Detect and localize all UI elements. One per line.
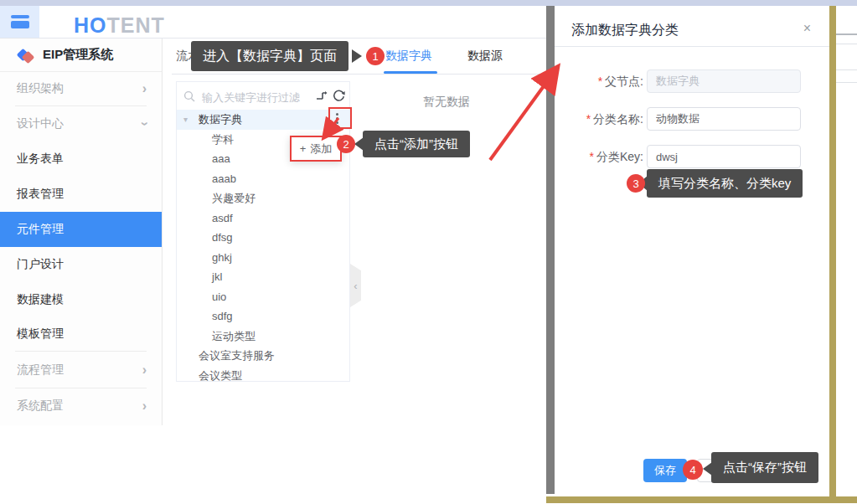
plus-icon: + — [300, 142, 307, 155]
tree-node[interactable]: jkl — [177, 267, 349, 287]
sidebar-item-label: 设计中心 — [17, 116, 64, 131]
active-tab-underline — [384, 71, 437, 74]
tooltip-arrow — [354, 137, 364, 151]
sidebar-item-label: 元件管理 — [17, 222, 64, 237]
sidebar-item-shejizhongxin[interactable]: 设计中心 › — [0, 106, 162, 141]
logo-part: TENT — [107, 13, 165, 37]
sidebar-item-label: 模板管理 — [17, 327, 64, 342]
logo-part: H — [74, 13, 90, 37]
app-logo: HOTENT — [74, 13, 165, 38]
tab-data-dictionary[interactable]: 数据字典 — [385, 49, 432, 64]
top-strip — [0, 0, 857, 6]
parent-node-label: *父节点: — [555, 75, 643, 90]
strip-line — [836, 69, 857, 70]
tabs-divider — [172, 74, 540, 75]
sidebar-item-label: 数据建模 — [17, 292, 64, 307]
drawer-title: 添加数据字典分类 — [571, 22, 679, 39]
system-title: EIP管理系统 — [43, 47, 113, 63]
arrow-to-drawer — [490, 71, 555, 160]
step-badge-1: 1 — [366, 47, 385, 65]
required-mark: * — [590, 150, 594, 163]
sidebar-item-xitongpeizhi[interactable]: 系统配置 › — [0, 388, 162, 424]
hamburger-icon — [11, 15, 29, 28]
add-category-drawer: 添加数据字典分类 × *父节点: *分类名称: *分类Key: 保存 取消 — [555, 6, 829, 498]
sidebar-item-label: 组织架构 — [17, 81, 64, 96]
tree-node[interactable]: dfsg — [177, 228, 349, 248]
dictionary-tree-panel: ▾数据字典 学科 aaa aaab 兴趣爱好 asdf dfsg ghkj jk… — [176, 81, 350, 382]
tree-node[interactable]: sdfg — [177, 306, 349, 327]
chevron-right-icon: › — [142, 81, 147, 96]
drawer-bottom-bar — [546, 496, 857, 503]
step-badge-4: 4 — [683, 460, 703, 480]
search-icon — [183, 90, 195, 102]
chevron-right-icon: › — [142, 363, 147, 378]
sidebar-item-label: 门户设计 — [17, 257, 64, 272]
refresh-icon[interactable] — [333, 90, 345, 102]
tooltip-arrow — [703, 462, 712, 476]
step-badge-3: 3 — [627, 174, 645, 193]
annotation-tooltip-3: 填写分类名称、分类key — [647, 169, 803, 198]
sidebar-item-mubanguanli[interactable]: 模板管理 — [0, 317, 162, 351]
required-mark: * — [598, 75, 602, 88]
sidebar-item-yewubiaodan[interactable]: 业务表单 — [0, 141, 162, 177]
tree-node-label: 数据字典 — [199, 113, 242, 126]
save-button[interactable]: 保存 — [643, 459, 687, 482]
tree-node[interactable]: 会议室支持服务 — [177, 346, 349, 366]
chevron-right-icon: › — [142, 399, 147, 414]
add-menu-label: 添加 — [310, 141, 332, 157]
sidebar-item-label: 流程管理 — [17, 363, 64, 378]
add-menu-item[interactable]: + 添加 — [290, 136, 342, 162]
tree-node[interactable]: ghkj — [177, 248, 349, 268]
menu-toggle-button[interactable] — [0, 6, 39, 38]
collapse-all-icon[interactable] — [316, 90, 328, 102]
panel-collapse-handle[interactable]: ‹ — [350, 264, 361, 307]
tree-node[interactable]: aaab — [177, 169, 349, 189]
sidebar-item-yuanjianguanli[interactable]: 元件管理 — [0, 212, 162, 247]
chevron-down-icon: › — [137, 121, 152, 126]
tree-node[interactable]: 会议类型 — [177, 366, 349, 386]
tree-node[interactable]: 兴趣爱好 — [177, 188, 349, 208]
close-icon[interactable]: × — [803, 21, 811, 36]
required-mark: * — [586, 112, 591, 126]
category-key-field[interactable] — [647, 145, 801, 168]
tree-node-root[interactable]: ▾数据字典 — [177, 110, 349, 130]
tree-node[interactable]: 运动类型 — [177, 327, 349, 347]
sidebar-item-label: 报表管理 — [17, 187, 64, 202]
chevron-left-icon: ‹ — [354, 280, 357, 292]
sidebar-item-baobiaoguanli[interactable]: 报表管理 — [0, 177, 162, 212]
drawer-header-divider — [555, 46, 829, 47]
annotation-tooltip-4: 点击“保存”按钮 — [711, 452, 818, 483]
background-page-strip — [836, 6, 857, 496]
strip-line — [836, 44, 857, 44]
parent-node-field — [647, 69, 801, 93]
drawer-shadow-bar — [546, 6, 555, 494]
caret-down-icon: ▾ — [183, 110, 188, 130]
category-key-label: *分类Key: — [555, 150, 643, 165]
category-name-field[interactable] — [647, 107, 801, 131]
tree-node[interactable]: asdf — [177, 208, 349, 229]
sidebar-item-shujujianmo[interactable]: 数据建模 — [0, 282, 162, 317]
logo-part: O — [90, 13, 106, 37]
annotation-tooltip-2: 点击“添加”按钮 — [363, 131, 470, 157]
sidebar-item-liuchengguanli[interactable]: 流程管理 › — [0, 352, 162, 388]
sidebar-item-zuzhijiagou[interactable]: 组织架构 › — [0, 72, 162, 105]
empty-state-text: 暂无数据 — [423, 95, 470, 110]
sidebar-item-label: 业务表单 — [17, 152, 64, 167]
step-badge-2: 2 — [337, 135, 355, 153]
annotation-highlight-rect — [328, 107, 352, 129]
sidebar-item-label: 系统配置 — [17, 399, 64, 414]
sidebar-item-menhusheji[interactable]: 门户设计 — [0, 247, 162, 282]
drawer-right-bar — [829, 6, 836, 498]
tooltip-arrow — [352, 49, 362, 63]
sidebar: EIP管理系统 组织架构 › 设计中心 › 业务表单 报表管理 元件管理 门户设… — [0, 39, 163, 425]
strip-line — [836, 82, 857, 83]
tree-search-input[interactable] — [202, 89, 311, 105]
annotation-tooltip-1: 进入【数据字典】页面 — [191, 41, 348, 71]
system-title-row: EIP管理系统 — [0, 39, 162, 72]
tree-search-row — [183, 89, 343, 105]
strip-line — [836, 33, 857, 35]
category-name-label: *分类名称: — [555, 112, 643, 127]
tab-data-source[interactable]: 数据源 — [467, 49, 503, 64]
tree-node[interactable]: uio — [177, 287, 349, 307]
